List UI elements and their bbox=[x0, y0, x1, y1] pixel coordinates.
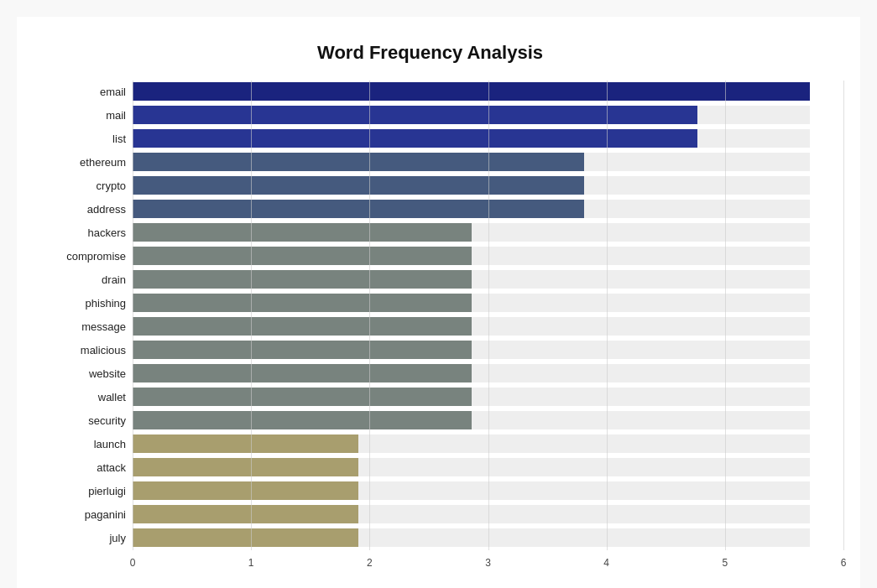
bar-label: crypto bbox=[34, 180, 126, 192]
bar-fill bbox=[133, 247, 472, 265]
bar-row: paganini bbox=[126, 503, 810, 525]
x-tick: 4 bbox=[603, 557, 609, 569]
bar-label: phishing bbox=[34, 297, 126, 310]
bar-fill bbox=[133, 153, 584, 171]
gridline bbox=[133, 81, 133, 550]
bar-fill bbox=[133, 82, 810, 101]
bar-track bbox=[133, 200, 810, 218]
bar-row: pierluigi bbox=[126, 480, 810, 502]
bar-fill bbox=[133, 317, 472, 336]
bar-label: hackers bbox=[34, 226, 126, 239]
bar-track bbox=[133, 481, 810, 500]
bar-row: launch bbox=[126, 433, 810, 455]
gridline bbox=[843, 81, 844, 550]
x-tick: 2 bbox=[367, 557, 373, 569]
bar-fill bbox=[133, 176, 584, 195]
bar-label: july bbox=[34, 532, 126, 544]
bar-label: mail bbox=[34, 109, 126, 122]
x-tick: 1 bbox=[248, 557, 254, 569]
bar-track bbox=[133, 129, 810, 148]
bar-label: malicious bbox=[34, 344, 126, 356]
bar-fill bbox=[133, 528, 358, 547]
bar-label: drain bbox=[34, 273, 126, 286]
bar-fill bbox=[133, 129, 697, 148]
bar-label: wallet bbox=[34, 391, 126, 403]
bar-track bbox=[133, 505, 810, 523]
bar-fill bbox=[133, 481, 358, 500]
bar-label: compromise bbox=[34, 250, 126, 263]
x-axis: 0123456 bbox=[133, 557, 810, 574]
bar-fill bbox=[133, 294, 472, 312]
bar-row: attack bbox=[126, 456, 810, 478]
bar-track bbox=[133, 411, 810, 429]
bar-row: website bbox=[126, 362, 810, 384]
bar-track bbox=[133, 153, 810, 171]
bar-track bbox=[133, 434, 810, 453]
bar-fill bbox=[133, 223, 472, 242]
gridline bbox=[369, 81, 370, 550]
bar-fill bbox=[133, 341, 472, 359]
bar-label: website bbox=[34, 367, 126, 380]
bar-label: message bbox=[34, 320, 126, 333]
bar-row: list bbox=[126, 127, 810, 149]
bar-row: drain bbox=[126, 268, 810, 290]
bar-fill bbox=[133, 270, 472, 289]
x-tick: 0 bbox=[130, 557, 136, 569]
bar-fill bbox=[133, 200, 584, 218]
bar-track bbox=[133, 106, 810, 124]
bar-fill bbox=[133, 388, 472, 406]
x-tick: 3 bbox=[485, 557, 491, 569]
bar-label: address bbox=[34, 203, 126, 216]
bar-track bbox=[133, 528, 810, 547]
gridline bbox=[488, 81, 489, 550]
bar-fill bbox=[133, 364, 472, 382]
bars-wrapper: emailmaillistethereumcryptoaddresshacker… bbox=[34, 81, 827, 550]
bar-fill bbox=[133, 106, 697, 124]
bar-row: address bbox=[126, 198, 810, 220]
bar-track bbox=[133, 388, 810, 406]
gridline bbox=[251, 81, 252, 550]
x-tick: 6 bbox=[841, 557, 847, 569]
chart-container: Word Frequency Analysis emailmaillisteth… bbox=[17, 17, 860, 588]
bar-track bbox=[133, 82, 810, 101]
bar-fill bbox=[133, 434, 358, 453]
chart-title: Word Frequency Analysis bbox=[34, 42, 827, 64]
bar-row: crypto bbox=[126, 174, 810, 196]
bar-row: security bbox=[126, 409, 810, 431]
bar-row: july bbox=[126, 527, 810, 549]
bar-track bbox=[133, 317, 810, 336]
bar-row: email bbox=[126, 81, 810, 102]
bar-label: attack bbox=[34, 461, 126, 474]
bar-fill bbox=[133, 411, 472, 429]
bar-track bbox=[133, 247, 810, 265]
bar-label: paganini bbox=[34, 508, 126, 521]
bar-track bbox=[133, 364, 810, 382]
bar-track bbox=[133, 270, 810, 289]
bar-track bbox=[133, 294, 810, 312]
bar-row: message bbox=[126, 315, 810, 337]
bar-track bbox=[133, 176, 810, 195]
bar-label: security bbox=[34, 414, 126, 427]
bar-label: list bbox=[34, 133, 126, 145]
bar-row: hackers bbox=[126, 221, 810, 243]
bar-row: compromise bbox=[126, 245, 810, 267]
bar-label: ethereum bbox=[34, 156, 126, 169]
bar-track bbox=[133, 223, 810, 242]
bar-track bbox=[133, 458, 810, 476]
bars-area: emailmaillistethereumcryptoaddresshacker… bbox=[126, 81, 810, 550]
bar-fill bbox=[133, 505, 358, 523]
bar-row: wallet bbox=[126, 386, 810, 408]
bar-row: ethereum bbox=[126, 151, 810, 173]
bar-row: mail bbox=[126, 104, 810, 126]
bar-track bbox=[133, 341, 810, 359]
gridline bbox=[607, 81, 608, 550]
bar-row: phishing bbox=[126, 292, 810, 314]
bar-label: launch bbox=[34, 438, 126, 450]
bar-row: malicious bbox=[126, 339, 810, 361]
bar-label: email bbox=[34, 86, 126, 98]
bar-label: pierluigi bbox=[34, 485, 126, 497]
bar-fill bbox=[133, 458, 358, 476]
gridline bbox=[725, 81, 726, 550]
x-tick: 5 bbox=[722, 557, 728, 569]
